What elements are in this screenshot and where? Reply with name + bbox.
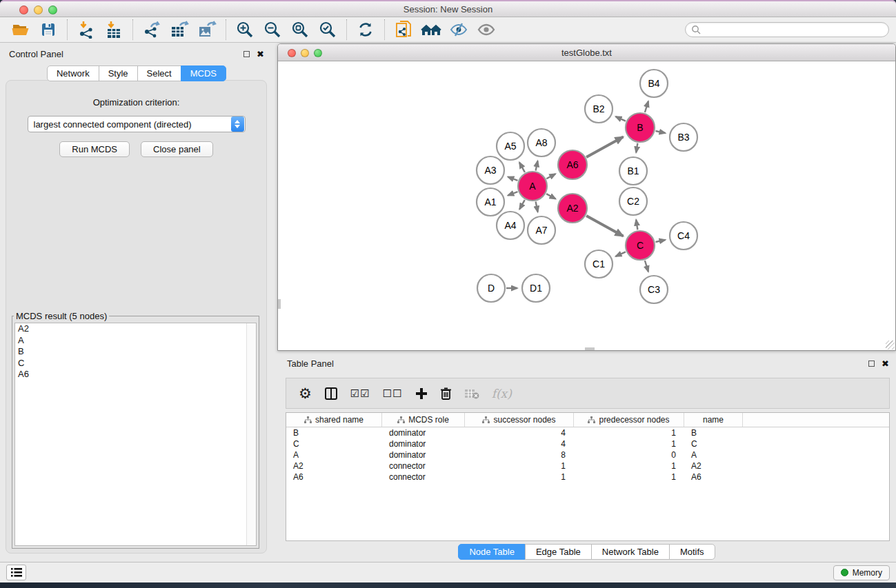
tab-select[interactable]: Select — [137, 65, 181, 81]
tab-network-table[interactable]: Network Table — [591, 544, 670, 560]
table-cell[interactable]: A6 — [684, 472, 743, 482]
export-image-button[interactable] — [193, 19, 221, 41]
mcds-result-item[interactable]: A2 — [15, 323, 256, 335]
graph-node[interactable]: A6 — [558, 150, 587, 179]
table-cell[interactable]: connector — [382, 461, 465, 471]
task-history-button[interactable] — [6, 565, 26, 580]
select-all-columns-icon[interactable]: ☑☑ — [350, 387, 370, 400]
table-cell[interactable]: B — [286, 428, 382, 438]
table-settings-gear-icon[interactable]: ⚙ — [299, 386, 312, 401]
table-cell[interactable]: A2 — [286, 461, 382, 471]
table-cell[interactable]: A2 — [684, 461, 743, 471]
splitter-grip[interactable] — [278, 299, 281, 309]
graph-node[interactable]: A8 — [528, 129, 555, 156]
graph-node[interactable]: B4 — [640, 70, 668, 97]
import-table-button[interactable] — [100, 19, 128, 41]
tab-motifs[interactable]: Motifs — [669, 544, 715, 560]
unselect-all-columns-icon[interactable]: ☐☐ — [383, 387, 403, 400]
graph-edge[interactable] — [586, 137, 623, 157]
column-header-predecessor-nodes[interactable]: predecessor nodes — [574, 413, 684, 427]
graph-edge[interactable] — [645, 261, 648, 272]
graph-node[interactable]: A3 — [477, 156, 504, 184]
table-cell[interactable]: 1 — [465, 472, 574, 482]
graph-node[interactable]: B1 — [619, 157, 647, 185]
add-column-icon[interactable] — [415, 387, 428, 400]
column-header-successor-nodes[interactable]: successor nodes — [465, 413, 574, 427]
column-header-shared-name[interactable]: shared name — [286, 413, 382, 427]
graph-edge[interactable] — [546, 194, 555, 199]
table-row[interactable]: A6connector11A6 — [286, 472, 889, 483]
graph-edge[interactable] — [586, 216, 623, 236]
show-all-networks-button[interactable] — [417, 19, 445, 41]
tab-style[interactable]: Style — [99, 65, 138, 81]
export-network-button[interactable] — [138, 19, 166, 41]
optimization-select[interactable]: largest connected component (directed) — [28, 116, 246, 132]
table-cell[interactable]: 1 — [574, 472, 684, 482]
show-columns-icon[interactable] — [324, 387, 338, 401]
table-row[interactable]: Adominator80A — [286, 449, 889, 460]
show-network-button[interactable] — [472, 19, 500, 41]
mcds-result-item[interactable]: B — [15, 346, 256, 358]
graph-node[interactable]: C — [626, 231, 655, 260]
graph-edge[interactable] — [656, 240, 666, 242]
hide-network-button[interactable] — [445, 19, 472, 41]
tab-edge-table[interactable]: Edge Table — [525, 544, 592, 560]
graph-edge[interactable] — [656, 131, 666, 133]
table-cell[interactable]: 0 — [574, 450, 684, 460]
zoom-fit-button[interactable] — [286, 19, 314, 41]
table-cell[interactable]: A — [684, 450, 743, 460]
tab-node-table[interactable]: Node Table — [458, 544, 526, 560]
table-cell[interactable]: dominator — [382, 439, 465, 449]
delete-column-trash-icon[interactable] — [440, 387, 452, 400]
delete-table-icon[interactable] — [464, 388, 479, 399]
column-header-name[interactable]: name — [684, 413, 743, 427]
table-cell[interactable]: 4 — [465, 428, 574, 438]
table-cell[interactable]: C — [286, 439, 382, 449]
zoom-out-button[interactable] — [259, 19, 286, 41]
refresh-view-button[interactable] — [352, 19, 379, 41]
splitter-grip[interactable] — [585, 347, 595, 350]
table-cell[interactable]: B — [684, 428, 743, 438]
table-cell[interactable]: 1 — [465, 461, 574, 471]
table-row[interactable]: Cdominator41C — [286, 438, 889, 449]
resize-grip-icon[interactable] — [886, 341, 895, 349]
graph-node[interactable]: B3 — [670, 123, 697, 151]
graph-node[interactable]: C4 — [670, 222, 697, 250]
graph-node[interactable]: A7 — [528, 216, 555, 244]
graph-edge[interactable] — [536, 202, 538, 212]
graph-edge[interactable] — [508, 177, 517, 181]
float-panel-icon[interactable] — [868, 361, 875, 367]
graph-node[interactable]: D — [477, 274, 505, 302]
table-cell[interactable]: 1 — [574, 461, 684, 471]
close-panel-icon[interactable]: ✖ — [257, 50, 264, 59]
graph-node[interactable]: C2 — [619, 187, 647, 215]
graph-node[interactable]: C1 — [585, 250, 613, 278]
graph-node[interactable]: B2 — [585, 95, 613, 123]
table-cell[interactable]: connector — [382, 472, 465, 482]
table-cell[interactable]: C — [684, 439, 743, 449]
table-cell[interactable]: 4 — [465, 439, 574, 449]
mcds-result-list[interactable]: A2ABCA6 — [14, 323, 257, 546]
graph-node[interactable]: A2 — [558, 194, 587, 223]
import-network-button[interactable] — [72, 19, 100, 41]
table-cell[interactable]: 8 — [465, 450, 574, 460]
run-mcds-button[interactable]: Run MCDS — [59, 141, 130, 157]
table-row[interactable]: A2connector11A2 — [286, 460, 889, 472]
network-window-titlebar[interactable]: testGlobe.txt — [278, 44, 895, 61]
graph-edge[interactable] — [546, 174, 555, 179]
table-cell[interactable]: A6 — [286, 472, 382, 482]
table-cell[interactable]: A — [286, 450, 382, 460]
export-table-button[interactable] — [166, 19, 193, 41]
graph-node[interactable]: B — [626, 113, 655, 142]
table-row[interactable]: Bdominator41B — [286, 427, 889, 438]
graph-edge[interactable] — [519, 163, 525, 172]
graph-node[interactable]: A4 — [497, 212, 524, 239]
zoom-selected-button[interactable] — [314, 19, 341, 41]
mcds-result-item[interactable]: C — [15, 358, 256, 369]
graph-edge[interactable] — [519, 200, 525, 209]
memory-button[interactable]: Memory — [833, 565, 890, 580]
close-panel-button[interactable]: Close panel — [141, 141, 213, 157]
graph-node[interactable]: C3 — [640, 276, 668, 303]
graph-edge[interactable] — [616, 116, 626, 121]
table-cell[interactable]: dominator — [382, 450, 465, 460]
